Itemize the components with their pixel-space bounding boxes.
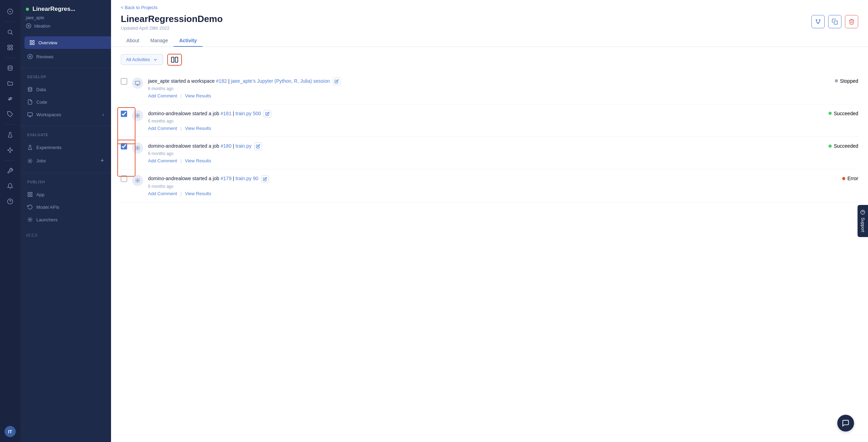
activity-link2-179[interactable]: train.py 90 (235, 176, 258, 181)
logo-icon[interactable] (3, 5, 17, 18)
activity-link2-181[interactable]: train.py 500 (235, 111, 261, 116)
wrench-icon[interactable] (3, 164, 17, 177)
svg-rect-35 (30, 192, 32, 194)
activity-edit-180[interactable] (254, 142, 262, 150)
all-activities-dropdown[interactable]: All Activities (121, 54, 163, 65)
back-to-projects-link[interactable]: < Back to Projects (121, 5, 157, 10)
svg-rect-23 (30, 40, 32, 42)
sidebar-item-experiments[interactable]: Experiments (20, 141, 111, 154)
activity-icon-181 (132, 110, 143, 121)
database-icon[interactable] (3, 61, 17, 75)
activity-checkbox-179[interactable] (121, 176, 127, 182)
view-results-180[interactable]: View Results (185, 158, 211, 163)
sidebar-item-reviews[interactable]: Reviews (20, 50, 111, 63)
sidebar-item-overview-label: Overview (38, 40, 57, 45)
sidebar-item-workspaces[interactable]: Workspaces › (20, 108, 111, 121)
tab-about[interactable]: About (121, 35, 145, 47)
tab-activity[interactable]: Activity (174, 35, 203, 47)
svg-rect-5 (8, 48, 9, 50)
activity-icon-180 (132, 142, 143, 154)
sidebar-item-code[interactable]: Code (20, 96, 111, 108)
add-comment-180[interactable]: Add Comment (148, 158, 177, 163)
activity-link1-181[interactable]: #181 (221, 111, 231, 116)
help-icon[interactable] (3, 195, 17, 208)
sidebar-item-app[interactable]: App (20, 188, 111, 201)
activity-edit-182[interactable] (333, 78, 340, 85)
activity-status-181: Succeeded (829, 110, 858, 116)
workspace-label-row: Ideation (20, 22, 111, 32)
tabs-bar: About Manage Activity (111, 31, 868, 47)
activity-checkbox-182[interactable] (121, 78, 127, 84)
bell-icon[interactable] (3, 179, 17, 193)
activity-edit-181[interactable] (264, 110, 271, 118)
activity-title-179: domino-andrealowe started a job #179 | t… (148, 175, 837, 183)
activity-time-180: 6 months ago (148, 151, 824, 156)
chat-fab-button[interactable] (837, 415, 854, 432)
delete-button[interactable] (845, 15, 858, 28)
add-comment-179[interactable]: Add Comment (148, 191, 177, 196)
grid-icon[interactable] (3, 41, 17, 54)
nodes-icon[interactable] (3, 143, 17, 157)
flask-icon[interactable] (3, 128, 17, 141)
sidebar-item-overview[interactable]: Overview (24, 36, 111, 49)
activity-link2-182[interactable]: jaee_apte's Jupyter (Python, R, Julia) s… (231, 78, 330, 84)
support-label: Support (860, 218, 865, 232)
workspace-label: Ideation (34, 23, 50, 29)
activity-checkbox-180[interactable] (121, 143, 127, 149)
page-title: LinearRegressionDemo (121, 14, 223, 24)
sidebar-item-launchers[interactable]: Launchers (20, 213, 111, 226)
svg-rect-24 (32, 40, 34, 42)
sidebar-item-model-apis[interactable]: Model APIs (20, 201, 111, 213)
page-header: LinearRegressionDemo Updated April 28th … (111, 10, 868, 31)
folder-icon[interactable] (3, 77, 17, 90)
publish-nav: App Model APIs Launchers (20, 185, 111, 229)
search-icon[interactable] (3, 25, 17, 39)
evaluate-section-label: EVALUATE (20, 128, 111, 138)
activity-link2-180[interactable]: train.py (235, 143, 251, 149)
tag-icon[interactable] (3, 108, 17, 121)
svg-point-21 (26, 23, 31, 28)
filter-label: All Activities (126, 57, 150, 62)
view-results-181[interactable]: View Results (185, 126, 211, 131)
activity-edit-179[interactable] (261, 175, 269, 183)
activity-link1-180[interactable]: #180 (221, 143, 231, 149)
activity-item-181: domino-andrealowe started a job #181 | t… (121, 104, 858, 137)
tab-manage[interactable]: Manage (145, 35, 174, 47)
svg-line-2 (11, 33, 13, 35)
sidebar-item-reviews-label: Reviews (36, 54, 53, 59)
svg-rect-30 (28, 113, 32, 116)
compare-button[interactable] (167, 54, 182, 66)
svg-rect-34 (28, 192, 30, 194)
main-nav: Overview Reviews (20, 32, 111, 66)
add-comment-181[interactable]: Add Comment (148, 126, 177, 131)
sidebar-header: LinearRegres... (20, 0, 111, 15)
activity-links-179: Add Comment | View Results (148, 191, 837, 196)
view-results-179[interactable]: View Results (185, 191, 211, 196)
page-subtitle: Updated April 28th 2022 (121, 25, 223, 31)
activity-status-179: Error (842, 175, 858, 181)
sidebar-item-jobs[interactable]: Jobs + (20, 154, 111, 168)
view-results-182[interactable]: View Results (185, 93, 211, 98)
status-dot-179 (842, 177, 845, 180)
activity-status-180: Succeeded (829, 142, 858, 149)
transfer-icon[interactable] (3, 92, 17, 105)
support-button[interactable]: Support (858, 205, 868, 237)
activity-checkbox-181[interactable] (121, 111, 127, 117)
sidebar-item-data[interactable]: Data (20, 83, 111, 96)
activity-links-181: Add Comment | View Results (148, 126, 824, 131)
develop-section-label: DEVELOP (20, 70, 111, 80)
svg-point-29 (28, 87, 32, 89)
add-comment-182[interactable]: Add Comment (148, 93, 177, 98)
activity-item-182: jaee_apte started a workspace #182 | jae… (121, 72, 858, 104)
fork-button[interactable] (811, 15, 825, 28)
activity-title-182: jaee_apte started a workspace #182 | jae… (148, 78, 830, 85)
activity-links-182: Add Comment | View Results (148, 93, 830, 98)
user-avatar[interactable]: IT (5, 426, 16, 437)
activity-time-179: 6 months ago (148, 184, 837, 189)
activity-link1-182[interactable]: #182 (216, 78, 227, 84)
activity-link1-179[interactable]: #179 (221, 176, 231, 181)
activity-time-182: 6 months ago (148, 86, 830, 91)
copy-button[interactable] (828, 15, 841, 28)
sidebar: LinearRegres... jaee_apte Ideation Overv… (20, 0, 111, 442)
svg-rect-25 (30, 43, 32, 45)
